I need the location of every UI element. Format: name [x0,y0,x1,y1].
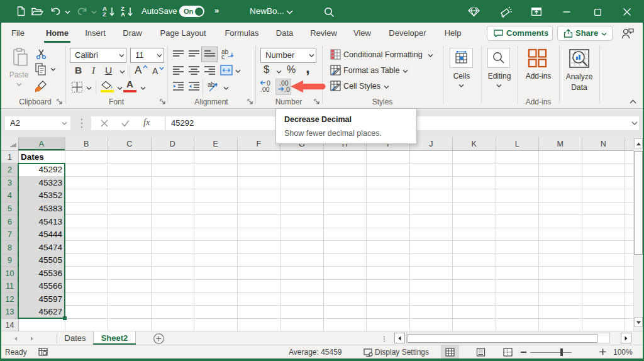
svg-text:13: 13 [6,308,14,316]
svg-text:A: A [39,140,45,148]
svg-text:14: 14 [6,321,14,330]
svg-text:45444: 45444 [38,230,62,239]
svg-text:45566: 45566 [38,281,62,291]
svg-text:45292: 45292 [38,165,62,174]
svg-text:45383: 45383 [38,204,62,213]
svg-text:45323: 45323 [38,178,62,187]
svg-text:J: J [429,140,433,148]
svg-text:45627: 45627 [38,307,62,316]
svg-text:L: L [515,140,519,148]
svg-text:c: c [221,53,225,60]
svg-text:10: 10 [6,269,14,278]
svg-text:45474: 45474 [38,243,62,252]
svg-text:Dates: Dates [21,152,44,162]
svg-text:4: 4 [8,191,12,200]
svg-text:B: B [84,140,89,148]
svg-text:N: N [601,140,606,148]
svg-text:.0: .0 [284,86,290,92]
svg-text:45505: 45505 [38,255,62,265]
svg-text:12: 12 [6,295,14,304]
svg-text:C: C [126,140,132,148]
svg-text:45597: 45597 [38,294,62,304]
svg-text:M: M [557,140,564,148]
svg-text:8: 8 [8,243,12,252]
svg-text:D: D [170,140,175,148]
svg-text:45536: 45536 [38,269,62,278]
svg-text:9: 9 [8,256,12,265]
svg-text:2: 2 [8,165,12,174]
svg-text:11: 11 [6,282,14,291]
svg-text:45413: 45413 [38,217,62,226]
svg-text:F: F [256,140,261,148]
svg-text:K: K [472,140,477,148]
svg-text:5: 5 [8,204,12,213]
svg-text:45352: 45352 [38,191,62,200]
svg-text:3: 3 [8,179,12,187]
svg-text:7: 7 [8,230,12,239]
svg-text:6: 6 [8,218,12,226]
svg-text:.00: .00 [260,86,270,92]
svg-text:E: E [213,140,218,148]
svg-text:1: 1 [8,153,12,162]
